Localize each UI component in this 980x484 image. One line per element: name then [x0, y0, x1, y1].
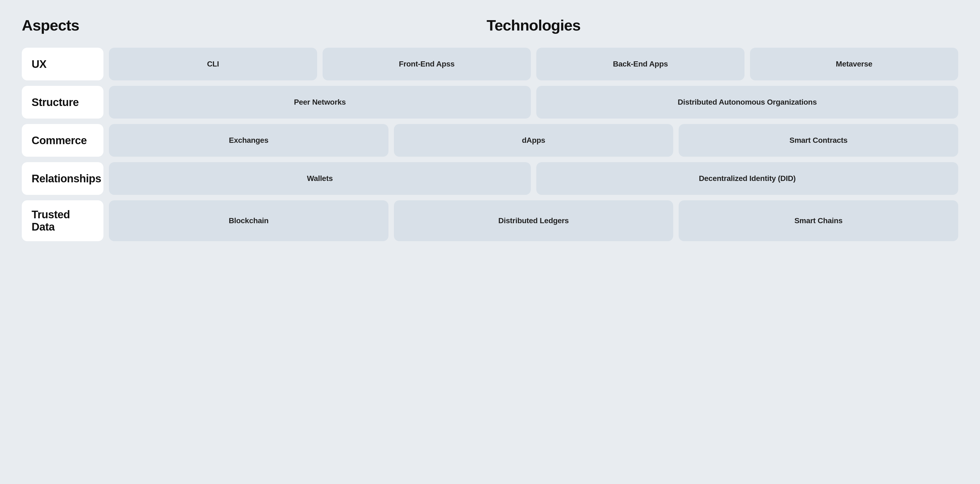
technologies-title: Technologies: [109, 16, 958, 34]
tech-cell-wallets[interactable]: Wallets: [109, 162, 531, 195]
aspect-cell-structure: Structure: [22, 86, 103, 118]
tech-label-cli: CLI: [207, 60, 219, 69]
tech-label-peer-networks: Peer Networks: [294, 98, 346, 107]
aspect-label-structure: Structure: [32, 96, 79, 109]
tech-cell-cli[interactable]: CLI: [109, 48, 317, 80]
tech-label-smart-contracts: Smart Contracts: [789, 136, 848, 145]
tech-cell-peer-networks[interactable]: Peer Networks: [109, 86, 531, 118]
tech-cell-decentralized-identity-did-[interactable]: Decentralized Identity (DID): [536, 162, 958, 195]
aspect-label-trusted-data: Trusted Data: [32, 208, 94, 233]
tech-label-dapps: dApps: [522, 136, 545, 145]
aspect-cell-commerce: Commerce: [22, 124, 103, 157]
tech-label-distributed-ledgers: Distributed Ledgers: [498, 216, 569, 225]
aspect-label-ux: UX: [32, 58, 46, 70]
aspect-cell-relationships: Relationships: [22, 162, 103, 195]
row-relationships: RelationshipsWalletsDecentralized Identi…: [22, 162, 958, 195]
technologies-column-header: Technologies: [109, 16, 958, 34]
tech-label-exchanges: Exchanges: [229, 136, 269, 145]
tech-label-decentralized-identity-did-: Decentralized Identity (DID): [699, 174, 796, 183]
tech-cell-front-end-apss[interactable]: Front-End Apss: [323, 48, 531, 80]
row-structure: StructurePeer NetworksDistributed Autono…: [22, 86, 958, 118]
tech-cell-smart-chains[interactable]: Smart Chains: [679, 200, 958, 241]
aspects-column-header: Aspects: [22, 16, 109, 34]
aspect-label-commerce: Commerce: [32, 134, 87, 147]
row-trusted-data: Trusted DataBlockchainDistributed Ledger…: [22, 200, 958, 241]
aspects-title: Aspects: [22, 16, 109, 34]
tech-label-smart-chains: Smart Chains: [794, 216, 843, 225]
page-header: Aspects Technologies: [22, 16, 958, 34]
tech-label-blockchain: Blockchain: [229, 216, 269, 225]
tech-label-distributed-autonomous-organizations: Distributed Autonomous Organizations: [678, 98, 817, 107]
tech-cell-metaverse[interactable]: Metaverse: [750, 48, 958, 80]
tech-cells-relationships: WalletsDecentralized Identity (DID): [109, 162, 958, 195]
tech-cell-exchanges[interactable]: Exchanges: [109, 124, 388, 157]
aspect-label-relationships: Relationships: [32, 173, 101, 185]
tech-label-back-end-apps: Back-End Apps: [613, 60, 668, 69]
tech-cells-structure: Peer NetworksDistributed Autonomous Orga…: [109, 86, 958, 118]
tech-cell-distributed-ledgers[interactable]: Distributed Ledgers: [394, 200, 673, 241]
tech-cell-dapps[interactable]: dApps: [394, 124, 673, 157]
tech-cell-smart-contracts[interactable]: Smart Contracts: [679, 124, 958, 157]
tech-cells-commerce: ExchangesdAppsSmart Contracts: [109, 124, 958, 157]
row-commerce: CommerceExchangesdAppsSmart Contracts: [22, 124, 958, 157]
tech-cell-blockchain[interactable]: Blockchain: [109, 200, 388, 241]
aspect-cell-trusted-data: Trusted Data: [22, 200, 103, 241]
tech-label-front-end-apss: Front-End Apss: [399, 60, 455, 69]
tech-cells-ux: CLIFront-End ApssBack-End AppsMetaverse: [109, 48, 958, 80]
row-ux: UXCLIFront-End ApssBack-End AppsMetavers…: [22, 48, 958, 80]
tech-cell-back-end-apps[interactable]: Back-End Apps: [536, 48, 745, 80]
tech-label-metaverse: Metaverse: [836, 60, 872, 69]
aspect-cell-ux: UX: [22, 48, 103, 80]
tech-label-wallets: Wallets: [307, 174, 333, 183]
tech-cell-distributed-autonomous-organizations[interactable]: Distributed Autonomous Organizations: [536, 86, 958, 118]
main-grid: UXCLIFront-End ApssBack-End AppsMetavers…: [22, 48, 958, 241]
tech-cells-trusted-data: BlockchainDistributed LedgersSmart Chain…: [109, 200, 958, 241]
